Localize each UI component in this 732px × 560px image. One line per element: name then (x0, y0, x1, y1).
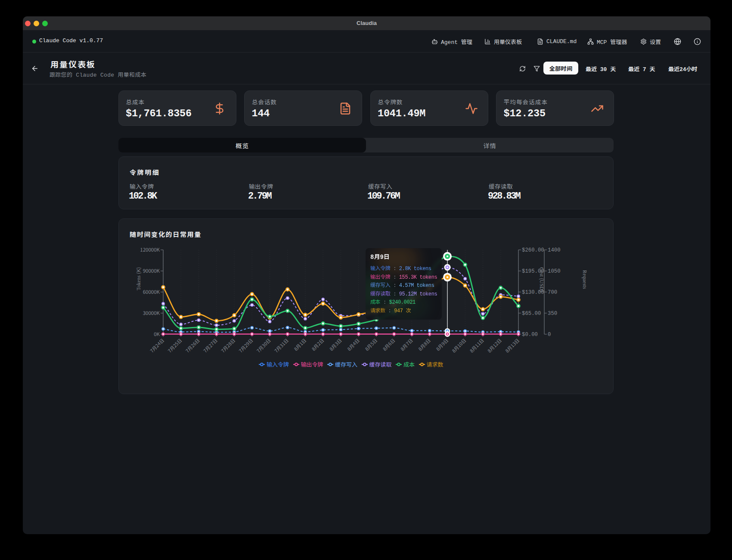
svg-text:8月8日: 8月8日 (416, 337, 432, 352)
svg-text:$0.00: $0.00 (522, 332, 538, 338)
svg-text:7月26日: 7月26日 (184, 337, 201, 354)
svg-text:Requests: Requests (582, 270, 589, 289)
svg-text:1400: 1400 (548, 247, 561, 253)
svg-text:8月11日: 8月11日 (468, 337, 485, 354)
svg-text:0: 0 (548, 332, 551, 338)
svg-text:120000K: 120000K (140, 246, 160, 253)
svg-text:7月27日: 7月27日 (202, 337, 219, 354)
svg-text:7月31日: 7月31日 (273, 337, 290, 354)
svg-text:$260.00: $260.00 (522, 247, 544, 253)
svg-text:8月3日: 8月3日 (328, 337, 343, 352)
svg-text:$65.00: $65.00 (522, 311, 541, 317)
svg-text:8月13日: 8月13日 (503, 337, 521, 354)
svg-text:350: 350 (548, 311, 557, 317)
svg-text:0K: 0K (154, 330, 160, 337)
svg-text:7月25日: 7月25日 (166, 337, 183, 354)
svg-text:8月4日: 8月4日 (345, 337, 361, 352)
svg-text:8月7日: 8月7日 (399, 337, 414, 352)
svg-text:8月1日: 8月1日 (292, 337, 308, 352)
svg-text:8月9日: 8月9日 (434, 337, 450, 352)
svg-text:8月5日: 8月5日 (363, 337, 379, 352)
svg-text:30000K: 30000K (143, 309, 160, 316)
svg-text:7月24日: 7月24日 (148, 337, 165, 354)
svg-text:7月28日: 7月28日 (219, 337, 236, 354)
svg-text:8月6日: 8月6日 (381, 337, 397, 352)
svg-text:7月30日: 7月30日 (255, 337, 272, 354)
svg-text:60000K: 60000K (143, 288, 160, 295)
svg-text:8月2日: 8月2日 (310, 337, 326, 352)
svg-text:Tokens (K): Tokens (K) (135, 267, 142, 290)
svg-text:90000K: 90000K (143, 267, 160, 274)
svg-text:1050: 1050 (548, 268, 561, 274)
svg-text:7月29日: 7月29日 (237, 337, 254, 354)
svg-text:8月12日: 8月12日 (486, 337, 503, 354)
svg-text:8月10日: 8月10日 (450, 337, 467, 354)
svg-text:700: 700 (548, 289, 557, 296)
svg-text:Cost (USD): Cost (USD) (539, 267, 546, 292)
